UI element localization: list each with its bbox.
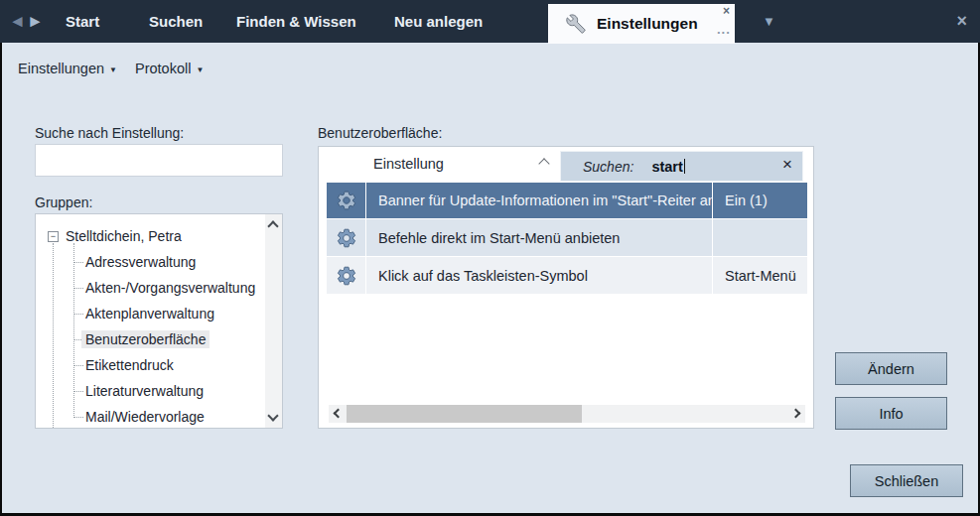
scroll-right-icon[interactable] (791, 409, 801, 419)
groups-tree: − Stelltdichein, Petra Adressverwaltung … (35, 213, 283, 429)
schliessen-button[interactable]: Schließen (850, 464, 963, 497)
tab-finden-wissen[interactable]: Finden & Wissen (236, 0, 356, 43)
menu-protokoll[interactable]: Protokoll ▼ (135, 61, 204, 76)
scroll-up-icon[interactable] (267, 220, 278, 231)
tree-collapse-icon[interactable]: − (48, 231, 59, 242)
groups-label: Gruppen: (35, 194, 92, 210)
settings-table: Einstellung Suchen: start × Banner für U… (318, 146, 814, 429)
tab-overflow-dots: ... (717, 22, 731, 37)
tree-branch-line (74, 365, 83, 366)
search-settings-label: Suche nach Einstellung: (35, 125, 184, 141)
nav-forward-icon[interactable]: ► (27, 0, 44, 43)
gear-icon (327, 219, 366, 256)
menu-einstellungen[interactable]: Einstellungen ▼ (18, 61, 117, 76)
menu-einstellungen-label: Einstellungen (18, 61, 104, 76)
setting-name: Befehle direkt im Start-Menü anbieten (366, 219, 713, 256)
nav-back-icon[interactable]: ◄ (9, 0, 26, 43)
table-search-value[interactable]: start (651, 159, 682, 175)
tree-item-literaturverwaltung[interactable]: Literaturverwaltung (85, 383, 204, 399)
horizontal-scrollbar[interactable] (329, 405, 805, 423)
text-caret (684, 159, 685, 174)
tree-item-mail-wiedervorlage[interactable]: Mail/Wiedervorlage (85, 409, 205, 425)
tree-branch-line (74, 391, 83, 392)
caret-down-icon: ▼ (196, 64, 204, 74)
tree-branch-line (74, 417, 83, 418)
tree-item-aktenplanverwaltung[interactable]: Aktenplanverwaltung (85, 306, 214, 322)
scrollbar-thumb[interactable] (347, 405, 582, 423)
settings-window: ◄ ► Start Suchen Finden & Wissen Neu anl… (0, 0, 980, 516)
tree-branch-line (74, 314, 83, 315)
sort-ascending-icon (538, 158, 549, 169)
setting-value: Start-Menü (713, 257, 807, 294)
aendern-button[interactable]: Ändern (835, 352, 947, 385)
tab-close-icon[interactable]: × (723, 5, 730, 17)
scroll-left-icon[interactable] (334, 409, 344, 419)
tab-suchen[interactable]: Suchen (149, 0, 203, 43)
table-row-selected[interactable]: Banner für Update-Informationen im "Star… (327, 183, 807, 218)
tree-root-item[interactable]: Stelltdichein, Petra (66, 228, 182, 244)
tree-branch-line (74, 288, 83, 289)
top-tab-bar: ◄ ► Start Suchen Finden & Wissen Neu anl… (0, 0, 980, 43)
table-search-overlay: Suchen: start × (560, 151, 803, 182)
setting-name: Banner für Update-Informationen im "Star… (366, 183, 713, 218)
window-border (0, 43, 2, 516)
panel-title: Benutzeroberfläche: (318, 125, 442, 141)
window-close-icon[interactable]: × (956, 11, 967, 32)
tree-item-benutzeroberflaeche[interactable]: Benutzeroberfläche (81, 330, 210, 348)
tree-item-adressverwaltung[interactable]: Adressverwaltung (85, 254, 196, 270)
menu-protokoll-label: Protokoll (135, 61, 191, 76)
tab-einstellungen-label: Einstellungen (597, 15, 698, 33)
setting-value (713, 219, 807, 256)
tab-list-dropdown-icon[interactable]: ▼ (763, 14, 775, 29)
table-row[interactable]: Befehle direkt im Start-Menü anbieten (327, 219, 807, 256)
gear-icon (327, 183, 366, 218)
tree-item-etikettendruck[interactable]: Etikettendruck (85, 357, 174, 373)
setting-name: Klick auf das Taskleisten-Symbol (366, 257, 713, 294)
tab-neu-anlegen[interactable]: Neu anlegen (394, 0, 483, 43)
info-button[interactable]: Info (835, 397, 947, 430)
column-header-einstellung[interactable]: Einstellung (373, 156, 444, 172)
wrench-icon (566, 14, 586, 34)
tree-guide-line (53, 243, 54, 429)
table-search-close-icon[interactable]: × (782, 155, 792, 175)
tab-start[interactable]: Start (66, 0, 99, 43)
table-row[interactable]: Klick auf das Taskleisten-Symbol Start-M… (327, 257, 807, 294)
setting-value: Ein (1) (713, 183, 807, 218)
caret-down-icon: ▼ (109, 64, 117, 74)
scroll-down-icon[interactable] (267, 410, 278, 421)
tree-scrollbar[interactable] (265, 214, 282, 428)
tree-branch-line (74, 262, 83, 263)
tab-einstellungen-active[interactable]: Einstellungen × (548, 4, 735, 44)
tree-item-akten-vorgang[interactable]: Akten-/Vorgangsverwaltung (85, 280, 255, 296)
table-search-label: Suchen: (583, 159, 633, 175)
search-settings-input[interactable] (35, 144, 283, 177)
gear-icon (327, 257, 366, 294)
